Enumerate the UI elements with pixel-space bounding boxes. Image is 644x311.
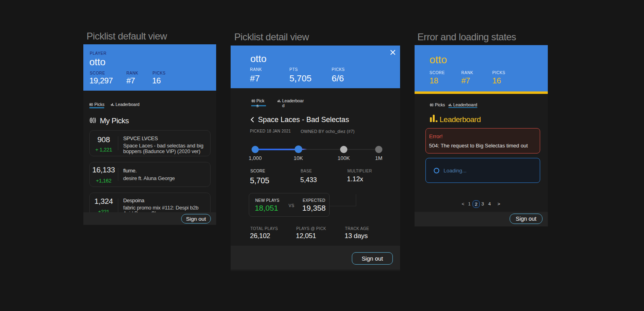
- track-age-label: TRACK AGE: [345, 226, 369, 231]
- base-value: 5,433: [300, 176, 317, 184]
- error-message: 504: The request to Big Selectas timed o…: [429, 143, 528, 149]
- pick-score: 908: [90, 135, 118, 144]
- slider-stop-dot[interactable]: [375, 146, 382, 153]
- multiplier-value: 1.12x: [347, 175, 363, 183]
- tab-label: Picks: [256, 98, 266, 108]
- picked-date: PICKED 18 JAN 2021: [250, 129, 291, 133]
- slider-stop-dot[interactable]: [252, 146, 259, 153]
- bar-chart-icon: [277, 99, 281, 104]
- expected-value: 19,358: [302, 204, 326, 213]
- pagination-next[interactable]: >: [497, 201, 500, 206]
- pick-artist: SPVCE LVCES: [123, 135, 158, 141]
- stat-label-picks: PICKS: [332, 67, 345, 72]
- tab-label: Leaderboard: [282, 98, 305, 108]
- footer-bar: Sign out: [231, 246, 400, 270]
- loading-box: Loading...: [425, 158, 540, 183]
- pick-artist: Despoina: [123, 197, 144, 203]
- pagination-prev[interactable]: <: [462, 201, 464, 206]
- expected-label: EXPECTED: [303, 198, 325, 203]
- slider-thumb[interactable]: [295, 145, 302, 153]
- footer-bar: Sign out: [415, 212, 548, 226]
- stat-value-picks: 16: [152, 76, 161, 85]
- stat-label-picks: PICKS: [492, 70, 506, 75]
- my-picks-heading: My Picks: [100, 116, 129, 125]
- panel-detail-view: otto RANK #7 PTS 5,705 PICKS 6/6 Picks L…: [231, 46, 400, 271]
- tab-leaderboard[interactable]: Leaderboard: [277, 98, 305, 108]
- panel-default-view: PLAYER otto SCORE 19,297 RANK #7 PICKS 1…: [83, 44, 216, 225]
- pagination-page-3[interactable]: 3: [481, 201, 484, 206]
- stat-value-rank: #7: [126, 76, 135, 85]
- broadcast-icon: [89, 102, 93, 107]
- stat-label-score: SCORE: [429, 70, 445, 75]
- pick-score: 1,324: [90, 197, 118, 206]
- pagination-page-4[interactable]: 4: [488, 201, 491, 206]
- loading-label: Loading...: [444, 168, 466, 174]
- sign-out-button[interactable]: Sign out: [510, 214, 543, 224]
- vs-label: VS: [289, 203, 294, 208]
- player-header: PLAYER otto SCORE 19,297 RANK #7 PICKS 1…: [83, 44, 216, 91]
- player-name: otto: [429, 54, 447, 66]
- stat-value-rank: #7: [250, 73, 260, 84]
- player-header-detail: otto RANK #7 PTS 5,705 PICKS 6/6: [231, 46, 400, 88]
- bar-chart-icon: [111, 102, 114, 107]
- broadcast-icon: [430, 103, 434, 108]
- divider: [118, 168, 118, 181]
- plays-vs-expected-box: NEW PLAYS 18,051 VS EXPECTED 19,358: [249, 193, 330, 217]
- stat-value-picks: 16: [492, 76, 501, 85]
- active-tab-underline: [89, 107, 104, 108]
- broadcast-icon: [252, 99, 256, 104]
- stat-value-picks: 6/6: [332, 73, 344, 84]
- footer-bar: Sign out: [83, 212, 216, 225]
- tab-picks[interactable]: Picks: [89, 102, 105, 107]
- pick-score: 16,133: [90, 166, 118, 174]
- stat-value-rank: #7: [461, 76, 470, 85]
- connector-line: [330, 194, 356, 206]
- pick-item[interactable]: 16,133 +1,162 flume. desire ft. Aluna Ge…: [89, 162, 211, 187]
- player-label: PLAYER: [90, 51, 107, 56]
- slider-fill: [255, 149, 298, 150]
- sign-out-button[interactable]: Sign out: [352, 252, 393, 265]
- back-icon[interactable]: [249, 116, 256, 124]
- player-header-states: otto SCORE 18 RANK #7 PICKS 16: [415, 45, 548, 94]
- sign-out-button[interactable]: Sign out: [181, 214, 211, 224]
- tab-label: Picks: [95, 102, 105, 107]
- pick-track: Space Laces - bad selectas and big boppe…: [123, 143, 206, 154]
- tab-label: Picks: [435, 102, 445, 107]
- slider-label: 1,000: [239, 155, 271, 161]
- plays-at-pick-label: PLAYS @ PICK: [296, 226, 326, 231]
- stat-value-score: 19,297: [89, 76, 113, 85]
- pick-delta: +1,162: [90, 178, 118, 184]
- tab-picks[interactable]: Picks: [430, 102, 445, 108]
- owned-by: OWNED BY ocho_diez (#7): [301, 129, 355, 134]
- multiplier-label: MULTIPLIER: [347, 169, 372, 173]
- broadcast-icon: [89, 117, 97, 124]
- pagination-page-1[interactable]: 1: [468, 201, 471, 206]
- stat-value-score: 18: [429, 76, 438, 85]
- pick-delta: + 1,221: [90, 147, 118, 153]
- tab-picks[interactable]: Picks: [252, 98, 266, 108]
- page-title-detail-view: Picklist detail view: [234, 31, 309, 43]
- divider: [118, 199, 118, 212]
- tab-leaderboard[interactable]: Leaderboard: [111, 102, 140, 107]
- page-title-default-view: Picklist default view: [87, 31, 167, 42]
- player-name: otto: [89, 56, 105, 68]
- divider: [118, 136, 118, 150]
- error-title: Error!: [429, 133, 443, 139]
- slider-stop-dot[interactable]: [340, 146, 347, 153]
- total-plays-label: TOTAL PLAYS: [250, 226, 278, 231]
- plays-at-pick-value: 12,051: [296, 232, 316, 240]
- pick-track: desire ft. Aluna George: [123, 176, 206, 181]
- score-label: SCORE: [250, 169, 265, 173]
- close-icon[interactable]: [390, 50, 396, 57]
- pagination-page-2-current[interactable]: 2: [473, 200, 480, 208]
- track-age-value: 13 days: [345, 232, 367, 240]
- stat-label-rank: RANK: [461, 70, 473, 75]
- tab-label: Leaderboard: [453, 102, 477, 107]
- active-tab-underline: [448, 107, 477, 108]
- new-plays-label: NEW PLAYS: [255, 198, 279, 203]
- stat-label-rank: RANK: [126, 71, 138, 75]
- page-title-states-view: Error and loading states: [417, 31, 516, 43]
- error-box: Error! 504: The request to Big Selectas …: [425, 128, 540, 153]
- pick-item[interactable]: 908 + 1,221 SPVCE LVCES Space Laces - ba…: [89, 130, 211, 156]
- player-name: otto: [250, 53, 266, 64]
